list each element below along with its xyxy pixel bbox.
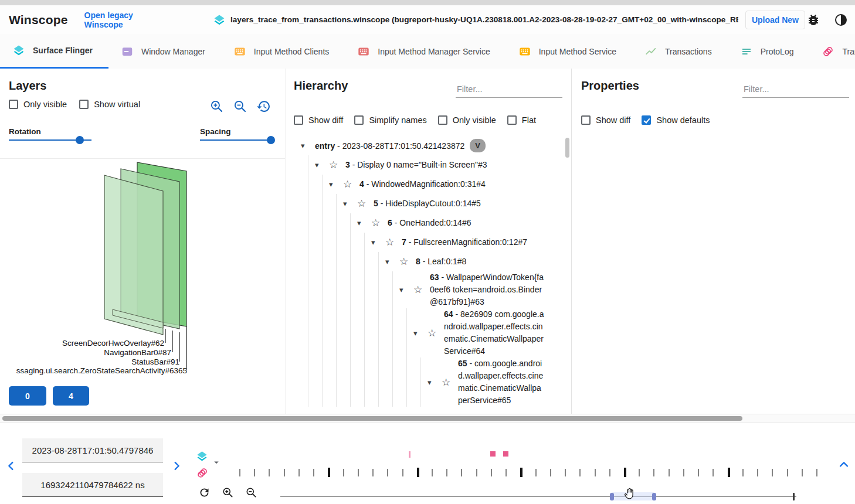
pin-star-icon[interactable]: ☆	[357, 197, 374, 210]
tree-node[interactable]: ▾☆65 - com.google.android.wallpaper.effe…	[286, 357, 561, 407]
pin-star-icon[interactable]: ☆	[428, 327, 444, 339]
transition-trace-icon[interactable]	[196, 466, 209, 479]
layer-label[interactable]: NavigationBar0#87	[104, 348, 171, 357]
checkbox-simplify-names[interactable]: Simplify names	[354, 115, 426, 125]
pin-star-icon[interactable]: ☆	[413, 284, 430, 296]
expand-arrow-icon[interactable]: ▾	[343, 199, 357, 208]
timeline-zoom-out-icon[interactable]	[245, 486, 257, 499]
sf-trace-icon[interactable]	[196, 450, 208, 462]
scrollbar-thumb[interactable]	[2, 416, 742, 421]
transition-marker[interactable]	[503, 451, 508, 457]
v-state-chip[interactable]: V	[470, 139, 486, 152]
main-horizontal-scrollbar[interactable]	[0, 414, 855, 423]
expand-arrow-icon[interactable]: ▾	[371, 238, 385, 247]
expand-arrow-icon[interactable]: ▾	[329, 180, 343, 189]
next-entry-button[interactable]	[170, 459, 183, 472]
checkbox-show-virtual[interactable]: Show virtual	[79, 100, 140, 109]
timeline-ruler[interactable]	[239, 468, 816, 479]
previous-entry-button[interactable]	[5, 459, 18, 472]
checkbox-only-visible[interactable]: Only visible	[438, 115, 496, 125]
tab-transitions[interactable]: Transitions	[809, 34, 855, 69]
current-ns-input[interactable]	[22, 473, 163, 497]
checkbox-flat[interactable]: Flat	[507, 115, 536, 125]
transition-marker[interactable]	[409, 451, 410, 458]
checkbox-unchecked-icon[interactable]	[294, 115, 303, 125]
rotation-thumb[interactable]	[76, 136, 84, 144]
checkbox-show-defaults[interactable]: Show defaults	[642, 115, 710, 125]
display-id-button[interactable]: 4	[53, 386, 89, 406]
slider-right-handle[interactable]	[652, 493, 656, 500]
checkbox-show-diff[interactable]: Show diff	[294, 115, 343, 125]
hierarchy-filter-input[interactable]	[456, 83, 562, 98]
tab-transactions[interactable]: Transactions	[632, 34, 728, 69]
tree-node[interactable]: ▾☆7 - FullscreenMagnification:0:12#7	[286, 233, 561, 252]
checkbox-checked-icon[interactable]	[642, 115, 651, 125]
checkbox-unchecked-icon[interactable]	[354, 115, 364, 125]
expand-arrow-icon[interactable]: ▾	[301, 141, 315, 150]
layer-label[interactable]: StatusBar#91	[131, 357, 179, 366]
upload-new-button[interactable]: Upload New	[745, 11, 805, 29]
layer-label[interactable]: ScreenDecorHwcOverlay#62	[62, 339, 164, 348]
tree-node[interactable]: ▾☆6 - OneHanded:0:14#6	[286, 213, 561, 233]
expand-arrow-icon[interactable]: ▾	[385, 257, 399, 266]
spacing-slider[interactable]: Spacing	[200, 127, 274, 141]
rotation-track[interactable]	[9, 139, 91, 141]
tree-node[interactable]: ▾entry - 2023-08-28T17:01:50.421423872V	[286, 136, 561, 155]
transition-marker[interactable]	[490, 451, 496, 457]
timeline-range-slider[interactable]	[280, 492, 796, 500]
properties-filter-input[interactable]	[742, 83, 849, 98]
checkbox-unchecked-icon[interactable]	[438, 115, 447, 125]
checkbox-unchecked-icon[interactable]	[581, 115, 591, 125]
checkbox-unchecked-icon[interactable]	[507, 115, 517, 125]
slider-left-handle[interactable]	[610, 493, 614, 500]
expand-arrow-icon[interactable]: ▾	[413, 329, 428, 338]
checkbox-show-diff[interactable]: Show diff	[581, 115, 630, 125]
pin-star-icon[interactable]: ☆	[343, 178, 359, 190]
pin-star-icon[interactable]: ☆	[399, 256, 416, 268]
pin-star-icon[interactable]: ☆	[371, 217, 388, 229]
trace-selector-caret-icon[interactable]	[211, 457, 222, 468]
tab-input-method-manager-service[interactable]: Input Method Manager Service	[345, 34, 505, 69]
checkbox-unchecked-icon[interactable]	[79, 100, 89, 109]
hierarchy-scrollbar[interactable]	[565, 138, 569, 158]
checkbox-unchecked-icon[interactable]	[9, 100, 18, 109]
tab-input-method-service[interactable]: Input Method Service	[506, 34, 632, 69]
zoom-out-icon[interactable]	[233, 99, 247, 114]
expand-arrow-icon[interactable]: ▾	[428, 378, 442, 387]
expand-arrow-icon[interactable]: ▾	[357, 219, 371, 227]
pin-star-icon[interactable]: ☆	[329, 159, 345, 171]
slider-track[interactable]	[280, 496, 796, 497]
open-legacy-link[interactable]: Open legacy Winscope	[84, 11, 169, 29]
dark-mode-icon[interactable]	[834, 13, 848, 27]
tree-node[interactable]: ▾☆4 - WindowedMagnification:0:31#4	[286, 175, 561, 194]
tree-node[interactable]: ▾☆8 - Leaf:0:1#8	[286, 252, 561, 271]
layers-panel: Layers Only visibleShow virtual Rotation…	[0, 69, 286, 414]
tree-node[interactable]: ▾☆64 - 8e26909 com.google.android.wallpa…	[286, 308, 561, 357]
spacing-thumb[interactable]	[267, 136, 275, 144]
display-id-button[interactable]: 0	[9, 386, 46, 406]
tree-node[interactable]: ▾☆63 - WallpaperWindowToken{fa0eef6 toke…	[286, 271, 561, 308]
collapse-timeline-button[interactable]	[837, 458, 850, 471]
tab-protolog[interactable]: ProtoLog	[728, 34, 810, 69]
checkbox-only-visible[interactable]: Only visible	[9, 100, 67, 109]
tab-surface-flinger[interactable]: Surface Flinger	[0, 34, 108, 69]
slider-selected-range[interactable]	[612, 492, 654, 500]
current-timestamp-input[interactable]	[22, 438, 163, 462]
layer-label[interactable]: ssaging.ui.search.ZeroStateSearchActivit…	[16, 366, 187, 375]
bug-report-icon[interactable]	[806, 13, 820, 27]
rotation-slider[interactable]: Rotation	[9, 127, 91, 141]
expand-arrow-icon[interactable]: ▾	[315, 161, 329, 169]
tree-node[interactable]: ▾☆3 - Display 0 name="Built-in Screen"#3	[286, 155, 561, 175]
timeline-zoom-in-icon[interactable]	[222, 486, 234, 499]
spacing-track[interactable]	[200, 139, 274, 141]
pin-star-icon[interactable]: ☆	[442, 376, 458, 389]
tree-node[interactable]: ▾☆5 - HideDisplayCutout:0:14#5	[286, 194, 561, 213]
refresh-timeline-icon[interactable]	[198, 486, 211, 499]
tab-window-manager[interactable]: Window Manager	[108, 34, 221, 69]
zoom-in-icon[interactable]	[209, 99, 224, 114]
reset-zoom-icon[interactable]	[256, 99, 271, 114]
expand-arrow-icon[interactable]: ▾	[399, 285, 413, 294]
tab-input-method-clients[interactable]: Input Method Clients	[221, 34, 345, 69]
pin-star-icon[interactable]: ☆	[385, 236, 402, 248]
layers-3d-canvas[interactable]: ScreenDecorHwcOverlay#62 NavigationBar0#…	[0, 158, 285, 386]
